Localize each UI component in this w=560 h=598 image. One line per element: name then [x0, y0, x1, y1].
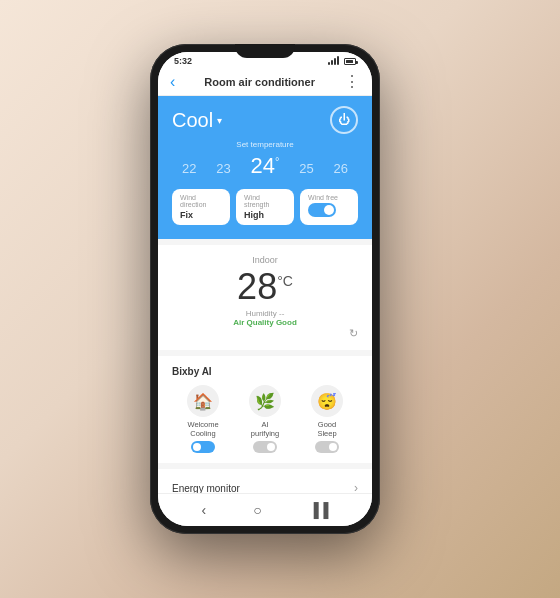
energy-monitor-label: Energy monitor — [172, 483, 240, 494]
set-temperature-label: Set temperature — [172, 140, 358, 149]
notch — [235, 44, 295, 58]
energy-monitor-section[interactable]: Energy monitor › — [158, 469, 372, 493]
bixby-item-good-sleep: 😴 GoodSleep — [311, 385, 343, 453]
temp-24-active[interactable]: 24° — [251, 153, 280, 179]
battery-icon — [344, 58, 356, 65]
page-title: Room air conditioner — [204, 76, 315, 88]
good-sleep-icon: 😴 — [311, 385, 343, 417]
phone-screen: 5:32 ‹ Room air conditioner — [158, 52, 372, 526]
nav-bar: ‹ Room air conditioner ⋮ — [158, 68, 372, 96]
signal-icon — [328, 57, 339, 65]
bixby-item-welcome-cooling: 🏠 WelcomeCooling — [187, 385, 219, 453]
indoor-temp-unit: °C — [277, 273, 293, 289]
scene: 5:32 ‹ Room air conditioner — [0, 0, 560, 598]
good-sleep-toggle[interactable] — [315, 441, 339, 453]
energy-arrow-icon: › — [354, 481, 358, 493]
bixby-section: Bixby AI 🏠 WelcomeCooling 🌿 AIpurifying — [158, 356, 372, 463]
status-time: 5:32 — [174, 56, 192, 66]
wind-strength-value: High — [244, 210, 286, 220]
temp-23[interactable]: 23 — [216, 161, 230, 176]
welcome-cooling-label: WelcomeCooling — [187, 420, 218, 438]
wind-free-label: Wind free — [308, 194, 350, 201]
indoor-section: Indoor 28°C Humidity -- Air Quality Good… — [158, 245, 372, 350]
nav-home-button[interactable]: ○ — [253, 502, 261, 518]
wind-direction-card: Wind direction Fix — [172, 189, 230, 225]
back-button[interactable]: ‹ — [170, 73, 175, 91]
nav-back-button[interactable]: ‹ — [202, 502, 207, 518]
refresh-button[interactable]: ↻ — [172, 327, 358, 340]
bottom-nav: ‹ ○ ▐▐ — [158, 493, 372, 526]
indoor-temperature: 28°C — [172, 269, 358, 305]
wind-free-toggle[interactable] — [308, 203, 336, 217]
wind-controls: Wind direction Fix Wind strength High Wi… — [172, 189, 358, 225]
temperature-selector: 22 23 24° 25 26 — [172, 153, 358, 179]
temp-22[interactable]: 22 — [182, 161, 196, 176]
main-content: Cool ▾ ⏻ Set temperature 22 23 24° 25 2 — [158, 96, 372, 493]
indoor-temp-value: 28 — [237, 266, 277, 307]
bixby-items: 🏠 WelcomeCooling 🌿 AIpurifying 😴 GoodSle… — [172, 385, 358, 453]
wind-direction-value: Fix — [180, 210, 222, 220]
wind-free-card: Wind free — [300, 189, 358, 225]
wind-strength-label: Wind strength — [244, 194, 286, 208]
mode-label: Cool — [172, 109, 213, 132]
cool-header: Cool ▾ ⏻ — [172, 106, 358, 134]
dropdown-arrow-icon: ▾ — [217, 115, 222, 126]
humidity-text: Humidity -- — [172, 309, 358, 318]
bixby-item-ai-purifying: 🌿 AIpurifying — [249, 385, 281, 453]
power-button[interactable]: ⏻ — [330, 106, 358, 134]
welcome-cooling-icon: 🏠 — [187, 385, 219, 417]
more-button[interactable]: ⋮ — [344, 72, 360, 91]
welcome-cooling-toggle[interactable] — [191, 441, 215, 453]
air-quality-text: Air Quality Good — [172, 318, 358, 327]
indoor-label: Indoor — [172, 255, 358, 265]
temp-26[interactable]: 26 — [334, 161, 348, 176]
indoor-details: Humidity -- Air Quality Good — [172, 309, 358, 327]
cool-section: Cool ▾ ⏻ Set temperature 22 23 24° 25 2 — [158, 96, 372, 239]
air-quality-value: Good — [276, 318, 297, 327]
ai-purifying-label: AIpurifying — [251, 420, 279, 438]
phone: 5:32 ‹ Room air conditioner — [150, 44, 380, 534]
good-sleep-label: GoodSleep — [317, 420, 336, 438]
status-icons — [328, 57, 356, 65]
ai-purifying-toggle[interactable] — [253, 441, 277, 453]
wind-strength-card: Wind strength High — [236, 189, 294, 225]
bixby-title: Bixby AI — [172, 366, 358, 377]
temp-25[interactable]: 25 — [299, 161, 313, 176]
wind-free-toggle-container — [308, 203, 350, 217]
power-icon: ⏻ — [338, 113, 350, 127]
cool-title[interactable]: Cool ▾ — [172, 109, 222, 132]
wind-direction-label: Wind direction — [180, 194, 222, 208]
nav-recents-button[interactable]: ▐▐ — [309, 502, 329, 518]
ai-purifying-icon: 🌿 — [249, 385, 281, 417]
